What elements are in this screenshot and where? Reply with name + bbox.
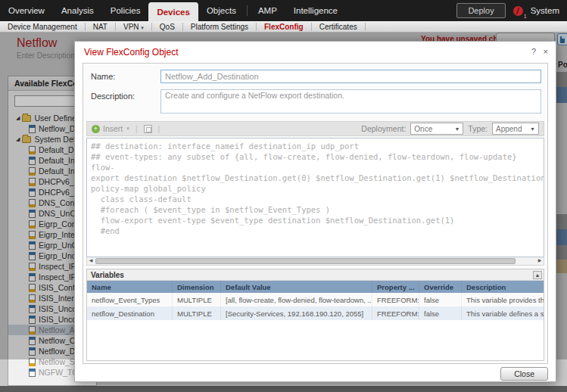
insert-dropdown-caret[interactable]: ▾	[126, 126, 129, 132]
close-icon[interactable]: ×	[544, 47, 548, 56]
variable-cell: netflow_Event_Types	[87, 293, 173, 306]
toolbar-separator: |	[158, 124, 160, 133]
deploy-button[interactable]: Deploy	[456, 3, 505, 18]
name-label: Name:	[88, 70, 160, 83]
nav-item-intelligence[interactable]: Intelligence	[285, 0, 346, 21]
chevron-down-icon: ▼	[454, 126, 460, 132]
tab-nat[interactable]: NAT	[86, 23, 116, 31]
flexconfig-object-icon	[29, 369, 36, 377]
variable-cell: FREEFORM:...	[372, 293, 419, 306]
variable-cell: This variable provides the ...	[462, 293, 544, 306]
code-horizontal-scrollbar[interactable]: ◀ ▶	[86, 257, 544, 266]
tab-platform-settings[interactable]: Platform Settings	[183, 23, 257, 31]
dialog-header: View FlexConfig Object ? ×	[75, 42, 556, 61]
deployment-select[interactable]: Once▼	[410, 123, 463, 135]
variables-table-header: NameDimensionDefault ValueProperty ...Ov…	[87, 281, 544, 293]
variables-section: Variables ▲ NameDimensionDefault ValuePr…	[86, 269, 544, 361]
variable-row[interactable]: netflow_DestinationMULTIPLE[Security-Ser…	[87, 306, 544, 320]
variable-cell: MULTIPLE	[173, 306, 221, 320]
variable-cell: MULTIPLE	[173, 293, 221, 306]
variable-cell: [Security-Services, 192.168.190.120, 205…	[221, 306, 372, 320]
dialog-title: View FlexConfig Object	[84, 47, 179, 58]
scrollbar-thumb[interactable]	[95, 258, 516, 264]
system-alert-icon[interactable]: 1	[513, 6, 523, 16]
deployment-label: Deployment:	[361, 124, 406, 133]
variable-cell: false	[419, 293, 462, 306]
flexconfig-code: ## destination: interface_nameif destina…	[87, 138, 544, 238]
variable-row[interactable]: netflow_Event_TypesMULTIPLE[all, flow-cr…	[87, 293, 544, 306]
toolbar-right: Deployment: Once▼ Type: Append▼	[361, 123, 539, 135]
page-footer-bar	[0, 386, 567, 392]
collapse-icon[interactable]: ▲	[533, 271, 542, 279]
scroll-left-arrow[interactable]: ◀	[87, 257, 95, 264]
scroll-right-arrow[interactable]: ▶	[536, 257, 544, 264]
sub-nav: Device ManagementNATVPN ▾QoSPlatform Set…	[0, 21, 567, 33]
expand-editor-icon[interactable]	[144, 125, 152, 133]
nav-item-overview[interactable]: Overview	[0, 0, 53, 21]
system-menu[interactable]: System	[531, 6, 559, 15]
nav-item-amp[interactable]: AMP	[250, 0, 285, 21]
tab-vpn[interactable]: VPN ▾	[116, 23, 152, 31]
toolbar-separator: |	[136, 124, 138, 133]
dialog-footer: Close	[75, 364, 556, 382]
nav-item-analysis[interactable]: Analysis	[53, 0, 102, 21]
tree-item-label: Policy_Bas	[39, 378, 78, 379]
help-icon[interactable]: ?	[531, 47, 536, 56]
code-toolbar: + Insert ▾ | | Deployment: Once▼ Type: A…	[86, 121, 544, 136]
close-button[interactable]: Close	[500, 367, 548, 381]
tab-certificates[interactable]: Certificates	[312, 23, 366, 31]
view-flexconfig-dialog: View FlexConfig Object ? × Name: Descrip…	[74, 41, 556, 382]
variables-column-header: Description	[462, 281, 544, 293]
variables-table-body: netflow_Event_TypesMULTIPLE[all, flow-cr…	[87, 293, 544, 320]
nav-item-objects[interactable]: Objects	[198, 0, 245, 21]
description-label: Description:	[88, 89, 160, 114]
variable-cell: false	[419, 306, 462, 320]
variables-column-header: Dimension	[173, 281, 221, 293]
variable-cell: netflow_Destination	[87, 306, 173, 320]
tab-device-management[interactable]: Device Management	[0, 23, 86, 31]
variable-cell: FREEFORM:...	[372, 306, 419, 320]
variables-column-header: Property ...	[372, 281, 419, 293]
variables-column-header: Override	[419, 281, 462, 293]
type-label: Type:	[468, 124, 488, 133]
top-nav-right: Deploy 1 System	[456, 0, 567, 21]
variables-title: Variables ▲	[87, 269, 544, 281]
name-input[interactable]	[160, 70, 541, 83]
nav-item-devices[interactable]: Devices	[148, 2, 198, 21]
nav-item-policies[interactable]: Policies	[102, 0, 149, 21]
variables-column-header: Default Value	[221, 281, 372, 293]
flexconfig-code-editor[interactable]: ## destination: interface_nameif destina…	[86, 138, 544, 257]
description-input[interactable]	[160, 89, 541, 114]
tab-qos[interactable]: QoS	[152, 23, 183, 31]
screen: OverviewAnalysisPoliciesDevicesObjectsAM…	[0, 0, 567, 392]
insert-button[interactable]: Insert	[103, 124, 123, 133]
top-nav: OverviewAnalysisPoliciesDevicesObjectsAM…	[0, 0, 567, 21]
alert-count-badge: 1	[524, 14, 527, 19]
flexconfig-object-icon	[29, 379, 36, 380]
variable-cell: [all, flow-create, flow-denied, flow-tea…	[221, 293, 372, 306]
tab-flexconfig[interactable]: FlexConfig	[257, 23, 312, 31]
insert-plus-icon: +	[92, 125, 100, 133]
nav-divider	[247, 5, 248, 16]
chevron-down-icon: ▾	[141, 25, 144, 30]
type-select[interactable]: Append▼	[492, 123, 539, 135]
variable-cell: This variable defines a sing...	[462, 306, 544, 320]
chevron-down-icon: ▼	[530, 126, 535, 132]
variables-column-header: Name	[87, 281, 173, 293]
dialog-body: Name: Description: + Insert ▾ | | Deploy…	[83, 63, 548, 364]
